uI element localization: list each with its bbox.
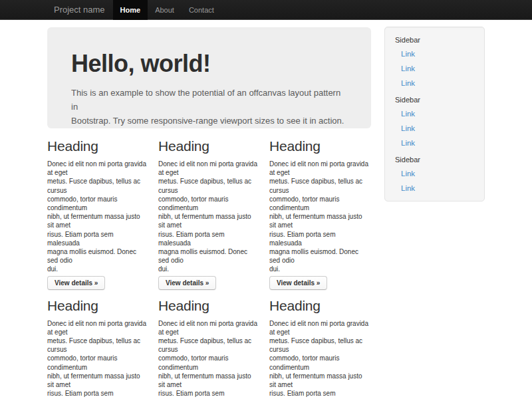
main-column: Hello, world! This is an example to show… [47, 20, 371, 399]
sidebar-link[interactable]: Link [385, 106, 484, 121]
content-card: HeadingDonec id elit non mi porta gravid… [269, 290, 371, 399]
card-title: Heading [158, 298, 259, 313]
nav-item-contact[interactable]: Contact [182, 0, 221, 20]
card-text: Donec id elit non mi porta gravida at eg… [47, 160, 148, 274]
card-text: Donec id elit non mi porta gravida at eg… [158, 160, 259, 274]
content-card: HeadingDonec id elit non mi porta gravid… [269, 128, 371, 290]
sidebar-link[interactable]: Link [385, 166, 484, 181]
sidebar-group-header: Sidebar [385, 31, 484, 47]
content-card: HeadingDonec id elit non mi porta gravid… [47, 290, 158, 399]
cards-row-1: HeadingDonec id elit non mi porta gravid… [47, 128, 371, 290]
card-text: Donec id elit non mi porta gravida at eg… [269, 319, 370, 399]
content-card: HeadingDonec id elit non mi porta gravid… [158, 128, 269, 290]
content-card: HeadingDonec id elit non mi porta gravid… [158, 290, 269, 399]
nav-item-about[interactable]: About [148, 0, 182, 20]
view-details-button[interactable]: View details » [47, 276, 105, 290]
page-container: Hello, world! This is an example to show… [47, 20, 485, 399]
content-row: Hello, world! This is an example to show… [47, 20, 485, 399]
nav-link[interactable]: About [148, 0, 182, 20]
sidebar: SidebarLinkLinkLinkSidebarLinkLinkLinkSi… [384, 27, 485, 201]
card-title: Heading [47, 298, 148, 313]
brand[interactable]: Project name [47, 0, 112, 20]
jumbotron: Hello, world! This is an example to show… [47, 27, 371, 128]
sidebar-link[interactable]: Link [385, 181, 484, 196]
nav-link[interactable]: Contact [182, 0, 221, 20]
content-card: HeadingDonec id elit non mi porta gravid… [47, 128, 158, 290]
card-title: Heading [47, 138, 148, 154]
cards-row-2: HeadingDonec id elit non mi porta gravid… [47, 290, 371, 399]
view-details-button[interactable]: View details » [158, 276, 216, 290]
nav-item-home[interactable]: Home [113, 0, 148, 20]
navbar-menu: HomeAboutContact [113, 0, 221, 20]
sidebar-link[interactable]: Link [385, 61, 484, 76]
card-text: Donec id elit non mi porta gravida at eg… [158, 319, 259, 399]
sidebar-link[interactable]: Link [385, 136, 484, 150]
card-title: Heading [269, 298, 370, 313]
nav-link[interactable]: Home [113, 0, 148, 20]
view-details-button[interactable]: View details » [269, 276, 327, 290]
sidebar-group-header: Sidebar [385, 90, 484, 106]
navbar-inner: Project name HomeAboutContact [47, 0, 485, 20]
card-title: Heading [269, 138, 370, 154]
sidebar-link[interactable]: Link [385, 76, 484, 90]
page-title: Hello, world! [71, 50, 347, 78]
sidebar-link[interactable]: Link [385, 47, 484, 61]
sidebar-link[interactable]: Link [385, 121, 484, 136]
navbar: Project name HomeAboutContact [0, 0, 532, 20]
card-text: Donec id elit non mi porta gravida at eg… [269, 160, 370, 274]
card-text: Donec id elit non mi porta gravida at eg… [47, 319, 148, 399]
sidebar-group-header: Sidebar [385, 150, 484, 166]
jumbotron-description: This is an example to show the potential… [71, 86, 347, 128]
card-title: Heading [158, 138, 259, 154]
